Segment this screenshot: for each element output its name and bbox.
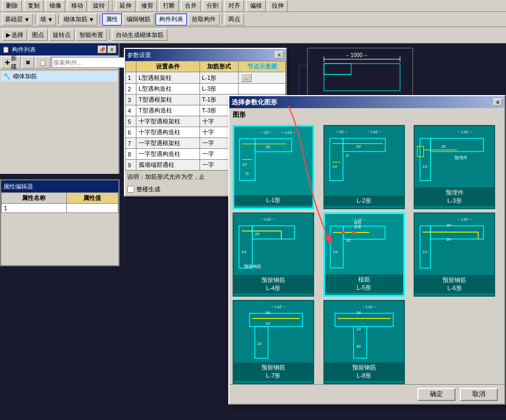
shape-cell-label-L5: 植筋 L-5形 <box>325 274 403 293</box>
svg-rect-7 <box>255 139 291 152</box>
tree-item-masonry-rebar[interactable]: 🔧 砌体加筋 <box>1 71 117 82</box>
svg-text:1#: 1# <box>332 164 337 169</box>
svg-text:2#: 2# <box>346 238 351 243</box>
shape-cell-L2[interactable]: ←b1→ ←Ls2→ 2# 1# 3↑ L-2形 <box>323 125 405 209</box>
shape-dialog-title-text: 选择参数化图形 <box>232 98 277 107</box>
svg-rect-75 <box>324 64 400 91</box>
panel-close-btn[interactable]: × <box>108 46 116 53</box>
svg-rect-31 <box>239 226 252 268</box>
mirror-btn[interactable]: 镜像 <box>46 0 65 12</box>
param-btn-cell-1: ... <box>239 72 286 84</box>
param-form-1[interactable]: L-1形 <box>199 72 239 84</box>
shape-cell-label-L8: 预留钢筋 L-8形 <box>324 362 404 381</box>
trim-btn[interactable]: 修剪 <box>138 0 157 12</box>
param-row-id-3: 3 <box>126 95 136 105</box>
shape-cell-L8[interactable]: ←Ls2→ 2# 1# 4# 预留钢筋 L-8形 <box>323 300 405 384</box>
tree-node-icon: 🔧 <box>3 73 11 80</box>
stretch-btn[interactable]: 拉伸 <box>268 0 288 12</box>
param-form-2[interactable]: L-3形 <box>199 84 239 95</box>
search-input[interactable] <box>52 57 130 68</box>
shape-cancel-btn[interactable]: 取消 <box>460 388 498 401</box>
rebar-dropdown[interactable]: 砌体加筋 ▼ <box>61 14 97 26</box>
rotate-point-btn[interactable]: 旋转点 <box>49 29 74 41</box>
svg-point-43 <box>352 231 355 234</box>
component-list-title: 📋 构件列表 📌 × <box>0 43 118 55</box>
svg-text:2#: 2# <box>447 237 452 242</box>
svg-rect-16 <box>343 139 385 152</box>
shape-dialog-close-btn[interactable]: × <box>493 98 502 106</box>
join-btn[interactable]: 合并 <box>181 0 201 12</box>
param-condition-3: T型遇框架柱 <box>136 95 200 105</box>
shape-cell-label-L1: L-1形 <box>234 195 313 205</box>
shape-cell-label-L4: 预留钢筋 L-4形 <box>234 275 313 293</box>
svg-rect-25 <box>417 146 424 156</box>
param-dialog-title-text: 参数设置 <box>127 51 151 59</box>
svg-text:3#: 3# <box>447 223 452 228</box>
sep5 <box>222 15 222 24</box>
param-row-id-9: 9 <box>126 160 136 171</box>
auto-generate-btn[interactable]: 自动生成砌体加筋 <box>112 29 167 41</box>
svg-text:深度: 深度 <box>353 225 361 229</box>
svg-text:2#: 2# <box>265 321 270 326</box>
move-btn[interactable]: 移动 <box>67 0 87 12</box>
two-point-btn[interactable]: 两点 <box>224 14 244 26</box>
toolbar-row3: ▶ 选择 图点 旋转点 智能布置 自动生成砌体加筋 <box>0 27 506 42</box>
property-btn[interactable]: 属性 <box>102 14 122 26</box>
copy-btn[interactable]: 复制 <box>24 0 43 12</box>
whole-floor-checkbox[interactable] <box>127 186 134 193</box>
svg-text:1#: 1# <box>333 249 338 254</box>
param-dialog-close-btn[interactable]: × <box>275 51 284 59</box>
param-condition-6: 十字型遇构造柱 <box>136 127 200 138</box>
svg-text:预留钢筋: 预留钢筋 <box>244 264 261 269</box>
shape-cell-label-L3: 预埋件 L-3形 <box>415 187 494 206</box>
shape-ok-btn[interactable]: 确定 <box>417 388 455 401</box>
param-row-id-5: 5 <box>126 116 136 127</box>
point-btn[interactable]: 图点 <box>28 29 48 41</box>
shape-cell-label-L7: 预留钢筋 L-7形 <box>234 362 313 381</box>
offset-btn[interactable]: 偏移 <box>246 0 266 12</box>
svg-text:4#: 4# <box>356 344 361 349</box>
svg-text:←b1→: ←b1→ <box>260 130 273 135</box>
svg-text:2#: 2# <box>266 145 271 149</box>
rotate-btn[interactable]: 旋转 <box>89 0 109 12</box>
svg-text:1#: 1# <box>423 164 428 169</box>
align-btn[interactable]: 对齐 <box>224 0 244 12</box>
new-component-btn[interactable]: ✚ 新建 <box>1 57 21 68</box>
edit-rebar-btn[interactable]: 编辑钢筋 <box>123 14 154 26</box>
shape-cell-L7[interactable]: ←Ls2→ 3# 2# 1# 预留钢筋 L-7形 <box>233 300 314 384</box>
split-btn[interactable]: 分割 <box>203 0 222 12</box>
svg-text:预埋件: 预埋件 <box>454 155 467 160</box>
wall-dropdown[interactable]: 墙 ▼ <box>38 14 56 26</box>
shape-dialog-footer: 确定 取消 <box>229 384 504 404</box>
break-btn[interactable]: 打断 <box>159 0 179 12</box>
extend-btn[interactable]: 延伸 <box>116 0 135 12</box>
panel-icon: 📋 <box>2 46 10 53</box>
delete-component-btn[interactable]: ✖ <box>22 57 34 68</box>
checkbox-label: 整楼生成 <box>136 185 160 193</box>
copy-component-btn[interactable]: 📋 <box>35 57 51 68</box>
shape-cell-L1[interactable]: ←b1→ ←Ls2→ 2# 1# D L-1形 <box>233 125 314 209</box>
shape-cell-L3[interactable]: ←Ls2→ 2# 1# 预埋件 预埋件 L-3形 <box>414 125 495 209</box>
layer-dropdown[interactable]: 基础层 ▼ <box>2 14 33 26</box>
shape-cell-L5[interactable]: ←Ls2→ 植筋 深度 2# 1# 植筋 L-5形 <box>323 212 405 297</box>
svg-rect-57 <box>249 314 302 327</box>
shape-cell-L6[interactable]: ←Ls2→ 3# 2# 1# 预留钢筋 L-6形 <box>414 212 495 297</box>
prop-row-1: 1 <box>2 204 118 213</box>
svg-text:←1000→: ←1000→ <box>345 52 368 58</box>
panel-pin-btn[interactable]: 📌 <box>98 46 107 53</box>
pick-component-btn[interactable]: 拾取构件 <box>188 14 220 26</box>
smart-layout-btn[interactable]: 智能布置 <box>76 29 107 41</box>
svg-text:D: D <box>246 171 249 176</box>
param-row-1: 1L型遇框架柱L-1形... <box>126 72 286 84</box>
delete-btn[interactable]: 删除 <box>2 0 22 12</box>
select-btn[interactable]: ▶ 选择 <box>2 29 27 41</box>
param-condition-5: 十字型遇框架柱 <box>136 116 200 127</box>
tree-item-label: 砌体加筋 <box>13 72 37 80</box>
component-list-btn[interactable]: 构件列表 <box>155 14 187 26</box>
prop-value-cell[interactable] <box>66 204 118 213</box>
prop-col-name: 属性名称 <box>2 193 67 204</box>
param-note-text: 说明：加筋形式允许为空，止 <box>127 173 205 180</box>
param-select-btn-1[interactable]: ... <box>241 73 252 82</box>
svg-text:←b1→: ←b1→ <box>335 129 348 134</box>
shape-cell-L4[interactable]: ←Ls2→ 2# 1# 预留钢筋 预留钢筋 L-4形 <box>233 212 314 297</box>
